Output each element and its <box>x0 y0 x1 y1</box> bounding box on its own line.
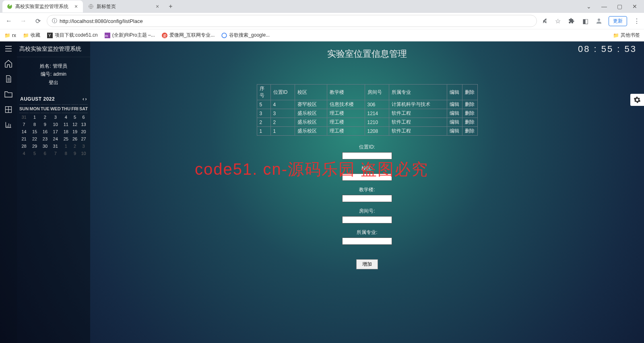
calendar-day[interactable]: 6 <box>41 150 50 157</box>
calendar-day[interactable]: 11 <box>62 121 71 128</box>
calendar-day[interactable]: 8 <box>29 121 40 128</box>
chevron-down-icon[interactable]: ⌄ <box>585 3 592 10</box>
kebab-menu-icon[interactable]: ⋮ <box>633 17 641 25</box>
calendar-day[interactable]: 13 <box>79 121 88 128</box>
back-button[interactable]: ← <box>3 15 14 27</box>
calendar-day[interactable]: 30 <box>41 143 50 149</box>
calendar-next-icon[interactable]: › <box>85 96 87 102</box>
form-input-3[interactable] <box>342 216 392 223</box>
hamburger-icon[interactable] <box>0 41 17 56</box>
minimize-icon[interactable]: — <box>601 3 608 10</box>
edit-link[interactable]: 编辑 <box>450 110 459 116</box>
calendar-day[interactable]: 10 <box>79 150 88 157</box>
calendar-day[interactable]: 31 <box>50 143 61 149</box>
calendar-day[interactable]: 3 <box>50 114 61 120</box>
bookmark-item[interactable]: Y项目下载:code51.cn <box>47 32 98 39</box>
close-icon[interactable]: ✕ <box>631 3 638 10</box>
forward-button[interactable]: → <box>18 15 29 27</box>
calendar-day[interactable]: 2 <box>41 114 50 120</box>
calendar-day[interactable]: 3 <box>79 143 88 149</box>
calendar-day[interactable]: 18 <box>62 128 71 135</box>
side-panel-icon[interactable]: ◧ <box>581 17 589 25</box>
calendar-day[interactable]: 25 <box>62 136 71 142</box>
calendar-day[interactable]: 29 <box>29 143 40 149</box>
table-cell: 盛乐校区 <box>295 118 327 127</box>
edit-link[interactable]: 编辑 <box>450 101 459 107</box>
submit-button[interactable]: 增加 <box>356 259 378 269</box>
delete-link[interactable]: 删除 <box>465 128 475 134</box>
calendar-day[interactable]: 24 <box>50 136 61 142</box>
bookmarks-bar: 📁rx 📁收藏 Y项目下载:code51.cn Ri(全新)RiPro主题 –.… <box>0 29 644 41</box>
tab-close-icon[interactable]: × <box>73 4 79 9</box>
bookmark-item[interactable]: 谷歌搜索_google... <box>221 32 270 39</box>
calendar-day[interactable]: 26 <box>71 136 78 142</box>
calendar-day[interactable]: 5 <box>71 114 78 120</box>
bookmark-item[interactable]: 📁rx <box>4 32 16 39</box>
share-icon[interactable] <box>540 17 548 25</box>
chart-icon[interactable] <box>0 117 17 132</box>
edit-link[interactable]: 编辑 <box>450 119 459 125</box>
bookmark-item[interactable]: Ri(全新)RiPro主题 –... <box>104 32 155 39</box>
url-input[interactable]: ⓘ http://localhost:8080/config/listPlace <box>47 15 537 27</box>
new-tab-button[interactable]: + <box>165 1 176 12</box>
calendar-day[interactable]: 2 <box>71 143 78 149</box>
home-icon[interactable] <box>0 56 17 71</box>
reload-button[interactable]: ⟳ <box>32 15 43 27</box>
browser-tab-active[interactable]: 高校实验室监控管理系统 × <box>2 0 83 12</box>
calendar-day[interactable]: 28 <box>19 143 29 149</box>
folder-icon[interactable] <box>0 87 17 102</box>
browser-tab-inactive[interactable]: 新标签页 × <box>84 0 164 12</box>
calendar-day[interactable]: 20 <box>79 128 88 135</box>
delete-link[interactable]: 删除 <box>465 119 475 125</box>
form-input-0[interactable] <box>342 152 392 159</box>
calendar-day[interactable]: 7 <box>50 150 61 157</box>
calendar-day[interactable]: 6 <box>79 114 88 120</box>
other-bookmarks[interactable]: 📁其他书签 <box>613 32 640 39</box>
edit-link[interactable]: 编辑 <box>450 128 459 134</box>
form-input-1[interactable] <box>342 174 392 181</box>
calendar-day[interactable]: 1 <box>62 143 71 149</box>
add-form: 位置ID:校区:教学楼:房间号:所属专业: 增加 <box>97 144 638 269</box>
delete-link[interactable]: 删除 <box>465 110 475 116</box>
form-input-4[interactable] <box>342 238 392 245</box>
bookmark-item[interactable]: 爱爱微网_互联网专业... <box>161 32 215 39</box>
profile-icon[interactable] <box>595 17 603 25</box>
calendar-day[interactable]: 19 <box>71 128 78 135</box>
calendar-prev-icon[interactable]: ‹ <box>83 96 85 102</box>
calendar-day[interactable]: 9 <box>71 150 78 157</box>
calendar-day[interactable]: 21 <box>19 136 29 142</box>
browser-chrome: 高校实验室监控管理系统 × 新标签页 × + ⌄ — ▢ ✕ ← → ⟳ ⓘ h… <box>0 0 644 41</box>
calendar-day[interactable]: 12 <box>71 121 78 128</box>
star-icon[interactable]: ☆ <box>554 17 562 25</box>
calendar-day[interactable]: 17 <box>50 128 61 135</box>
grid-icon[interactable] <box>0 102 17 117</box>
calendar-day[interactable]: 14 <box>19 128 29 135</box>
extensions-icon[interactable] <box>568 17 576 25</box>
calendar-day[interactable]: 9 <box>41 121 50 128</box>
table-cell: 1 <box>270 127 295 136</box>
calendar-day[interactable]: 4 <box>19 150 29 157</box>
calendar-day[interactable]: 7 <box>19 121 29 128</box>
document-icon[interactable] <box>0 71 17 87</box>
calendar-day[interactable]: 27 <box>79 136 88 142</box>
bookmark-item[interactable]: 📁收藏 <box>23 32 40 39</box>
tab-close-icon[interactable]: × <box>155 4 160 9</box>
calendar-day[interactable]: 8 <box>62 150 71 157</box>
url-text: http://localhost:8080/config/listPlace <box>60 18 143 24</box>
calendar-day[interactable]: 16 <box>41 128 50 135</box>
update-button[interactable]: 更新 <box>609 16 627 26</box>
form-input-2[interactable] <box>342 195 392 202</box>
calendar-day[interactable]: 15 <box>29 128 40 135</box>
calendar-day[interactable]: 22 <box>29 136 40 142</box>
delete-link[interactable]: 删除 <box>465 101 475 107</box>
calendar-day[interactable]: 23 <box>41 136 50 142</box>
table-row: 33盛乐校区理工楼1214软件工程编辑删除 <box>257 109 477 118</box>
settings-gear-icon[interactable] <box>630 94 644 106</box>
calendar-day[interactable]: 5 <box>29 150 40 157</box>
calendar-day[interactable]: 4 <box>62 114 71 120</box>
logout-link[interactable]: 登出 <box>20 79 87 87</box>
calendar-day[interactable]: 31 <box>19 114 29 120</box>
calendar-day[interactable]: 10 <box>50 121 61 128</box>
maximize-icon[interactable]: ▢ <box>616 3 623 10</box>
calendar-day[interactable]: 1 <box>29 114 40 120</box>
